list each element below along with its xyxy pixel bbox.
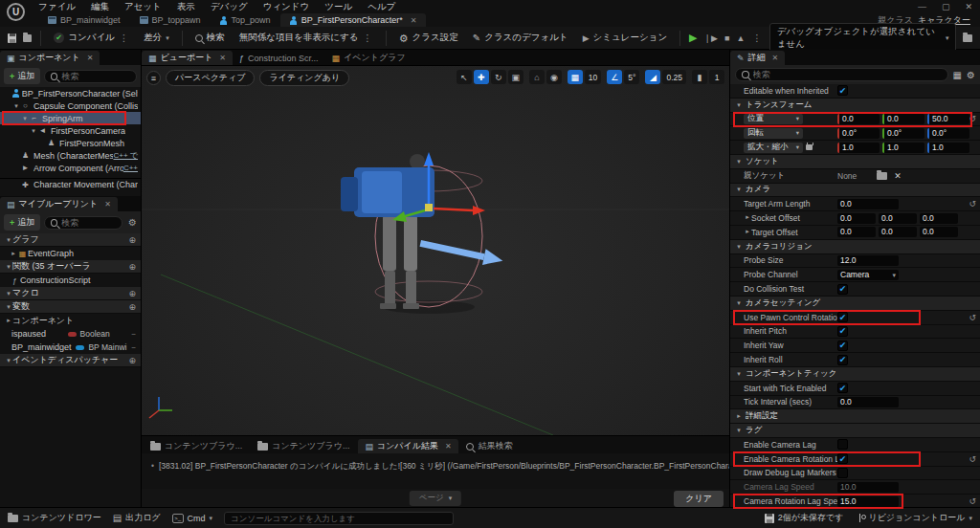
property-row-tick-interval-secs[interactable]: Tick Interval (secs)0.0 bbox=[730, 396, 980, 410]
asset-tab[interactable]: BP_FirstPersonCharacter*✕ bbox=[280, 13, 427, 27]
myblueprint-var-ispaused[interactable]: ispausedBoolean~ bbox=[0, 327, 141, 341]
checkbox[interactable]: ✔ bbox=[837, 453, 848, 464]
add-icon[interactable]: ⊕ bbox=[128, 356, 136, 365]
property-row-inherit-yaw[interactable]: Inherit Yaw✔ bbox=[730, 339, 980, 353]
checkbox[interactable]: ✔ bbox=[837, 312, 848, 322]
components-search[interactable] bbox=[44, 70, 137, 83]
caret-icon[interactable]: ▾ bbox=[735, 243, 743, 251]
maximize-button[interactable]: ▢ bbox=[942, 2, 950, 11]
vector-input[interactable]: 0.0 bbox=[837, 227, 876, 237]
caret-icon[interactable]: ▾ bbox=[21, 115, 29, 122]
tab--[interactable]: ▦イベントグラフ bbox=[325, 51, 412, 65]
tab-content-browser[interactable]: コンテンツブラウ... bbox=[144, 439, 249, 453]
vector-input[interactable]: 0.0° bbox=[882, 128, 924, 139]
frame-skip-button[interactable]: ❘▶ bbox=[704, 33, 718, 43]
myblueprint-category--[interactable]: ▸コンポーネント bbox=[0, 314, 141, 327]
property-row-[interactable]: 回転▾0.0°0.0°0.0° bbox=[730, 126, 980, 141]
viewport-canvas[interactable]: ≡ パースペクティブ ライティングあり ↖✚↻▣⌂◉▦10∠5°◢0.25▮1 bbox=[142, 66, 729, 435]
hide-unrelated-button[interactable]: 無関係な項目を非表示にする ⋮ bbox=[235, 30, 377, 46]
camera-speed-icon[interactable]: ▮ bbox=[692, 70, 707, 84]
hide-options-icon[interactable]: ⋮ bbox=[362, 33, 373, 43]
lock-icon[interactable] bbox=[806, 144, 813, 150]
vector-input[interactable]: 1.0 bbox=[927, 143, 969, 153]
menu-item[interactable]: 編集 bbox=[91, 1, 109, 13]
content-drawer-button[interactable]: コンテンツドロワー bbox=[8, 512, 101, 524]
tab-construction-scr-[interactable]: ƒConstruction Scr... bbox=[233, 51, 325, 65]
property-row-inherit-roll[interactable]: Inherit Roll✔ bbox=[730, 353, 980, 367]
close-icon[interactable]: ✕ bbox=[411, 16, 417, 25]
perspective-dropdown[interactable]: パースペクティブ bbox=[166, 70, 255, 86]
scale-snap-value[interactable]: 0.25 bbox=[662, 70, 686, 84]
myblueprint-section--[interactable]: ▾マクロ⊕ bbox=[0, 287, 141, 300]
checkbox[interactable] bbox=[837, 439, 848, 450]
number-input[interactable]: 10.0 bbox=[837, 482, 899, 493]
unsaved-button[interactable]: 2個が未保存です bbox=[765, 512, 844, 524]
property-row-do-collision-test[interactable]: Do Collision Test✔ bbox=[730, 282, 980, 297]
caret-icon[interactable]: ▾ bbox=[735, 158, 743, 165]
number-input[interactable]: 15.0 bbox=[837, 496, 899, 507]
scale-tool-icon[interactable]: ▣ bbox=[508, 70, 523, 84]
vector-input[interactable]: 0.0° bbox=[927, 128, 969, 139]
checkbox[interactable]: ✔ bbox=[837, 85, 848, 96]
vector-input[interactable]: 50.0 bbox=[927, 114, 969, 124]
myblueprint-item-eventgraph[interactable]: ▸▦EventGraph bbox=[0, 247, 141, 260]
checkbox[interactable]: ✔ bbox=[837, 284, 848, 295]
class-defaults-button[interactable]: ✎ クラスのデフォルト bbox=[469, 30, 572, 46]
camera-speed-value[interactable]: 1 bbox=[709, 70, 724, 84]
tree-item-firstpersonmesh[interactable]: ♟FirstPersonMesh bbox=[0, 137, 141, 149]
results-search[interactable]: 結果検索 bbox=[466, 439, 513, 453]
view-mode-dropdown[interactable]: ライティングあり bbox=[259, 70, 349, 86]
minimize-button[interactable]: — bbox=[918, 2, 926, 11]
property-row-probe-channel[interactable]: Probe ChannelCamera▾ bbox=[730, 268, 980, 282]
caret-icon[interactable]: ▸ bbox=[10, 250, 17, 257]
tab-details[interactable]: ✎ 詳細 ✕ bbox=[730, 51, 785, 65]
cmd-dropdown[interactable]: >_ Cmd ▾ bbox=[172, 514, 213, 523]
asset-tab[interactable]: BP_mainwidget bbox=[38, 13, 130, 27]
close-icon[interactable]: ✕ bbox=[219, 54, 226, 62]
display-options-icon[interactable]: ▦ bbox=[953, 70, 962, 80]
add-icon[interactable]: ⊕ bbox=[128, 262, 136, 272]
myblueprint-section--[interactable]: ▾変数⊕ bbox=[0, 300, 141, 314]
property-row-inherit-pitch[interactable]: Inherit Pitch✔ bbox=[730, 325, 980, 340]
scale-snap-icon[interactable]: ◢ bbox=[645, 70, 660, 84]
number-input[interactable]: 0.0 bbox=[837, 199, 899, 209]
clear-button[interactable]: クリア bbox=[674, 491, 724, 507]
property-row-probe-size[interactable]: Probe Size12.0 bbox=[730, 254, 980, 269]
vector-input[interactable]: 0.0 bbox=[837, 213, 876, 224]
myblueprint-section--[interactable]: ▾イベントディスパッチャー⊕ bbox=[0, 354, 141, 367]
myblueprint-section--35-[interactable]: ▾関数 (35 オーバーラ⊕ bbox=[0, 260, 141, 274]
tree-item-mesh-charactermesh0-[interactable]: ♟Mesh (CharacterMesh0)C++ で bbox=[0, 149, 141, 162]
details-search[interactable] bbox=[735, 68, 948, 81]
property-row-use-pawn-control-rotation[interactable]: Use Pawn Control Rotation✔↺ bbox=[730, 311, 980, 325]
asset-tab[interactable]: BP_toppawn bbox=[130, 13, 211, 27]
axis-dropdown[interactable]: 拡大・縮小▾ bbox=[744, 143, 803, 153]
vector-input[interactable]: 0.0 bbox=[879, 213, 917, 224]
close-icon[interactable]: ✕ bbox=[87, 54, 94, 62]
property-row-socket-offset[interactable]: ▸Socket Offset0.00.00.0 bbox=[730, 211, 980, 226]
move-tool-icon[interactable]: ✚ bbox=[474, 70, 489, 84]
menu-item[interactable]: デバッグ bbox=[211, 1, 248, 13]
grid-snap-icon[interactable]: ▦ bbox=[568, 70, 583, 84]
play-options-icon[interactable]: ⋮ bbox=[751, 33, 763, 43]
vector-input[interactable]: 0.0 bbox=[837, 114, 880, 124]
vector-input[interactable]: 1.0 bbox=[837, 143, 880, 153]
caret-icon[interactable]: ▾ bbox=[5, 290, 12, 297]
reset-to-default-icon[interactable]: ↺ bbox=[969, 313, 976, 322]
checkbox[interactable]: ✔ bbox=[837, 383, 848, 393]
console-command-input[interactable] bbox=[224, 512, 454, 525]
property-row-editable-when-inherited[interactable]: Editable when Inherited✔ bbox=[730, 84, 980, 99]
tree-item-bp-firstpersoncharacter-self-[interactable]: BP_FirstPersonCharacter (Self) bbox=[0, 87, 141, 99]
tab-components[interactable]: ▣ コンポーネント ✕ bbox=[0, 51, 100, 65]
revision-control-button[interactable]: リビジョンコントロール ▾ bbox=[857, 512, 972, 524]
eject-button[interactable]: ▲ bbox=[736, 33, 745, 43]
world-local-icon[interactable]: ◉ bbox=[546, 70, 562, 84]
cpp-source-link[interactable]: C++ bbox=[123, 164, 138, 172]
property-row-[interactable]: 拡大・縮小▾1.01.01.0 bbox=[730, 141, 980, 155]
caret-icon[interactable]: ▾ bbox=[5, 357, 12, 364]
close-button[interactable]: ✕ bbox=[965, 2, 972, 11]
add-blueprint-item-button[interactable]: + 追加 bbox=[4, 214, 40, 231]
surface-snap-icon[interactable]: ⌂ bbox=[529, 70, 545, 84]
caret-icon[interactable]: ▾ bbox=[12, 102, 20, 110]
myblueprint-section--[interactable]: ▾グラフ⊕ bbox=[0, 233, 141, 247]
caret-icon[interactable]: ▾ bbox=[735, 427, 743, 434]
